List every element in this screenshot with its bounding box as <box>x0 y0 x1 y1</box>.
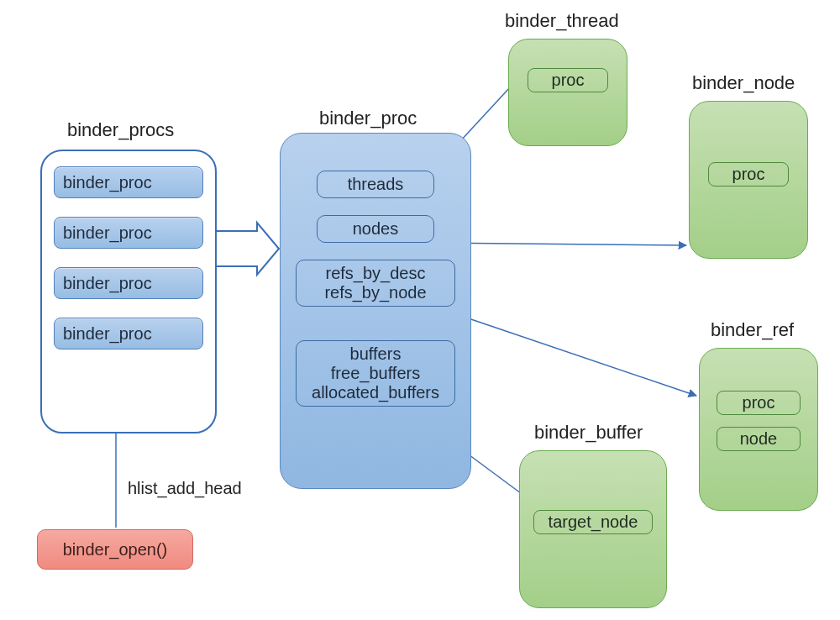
binder-node-struct: proc <box>689 101 808 259</box>
list-item: binder_proc <box>54 166 203 198</box>
field-nodes: nodes <box>317 215 434 243</box>
binder-buffer-struct: target_node <box>519 450 667 608</box>
node-field-proc: proc <box>708 162 789 187</box>
title-binder-buffer: binder_buffer <box>534 422 643 444</box>
field-buffers: buffers <box>303 344 448 364</box>
list-item: binder_proc <box>54 267 203 299</box>
field-refs: refs_by_desc refs_by_node <box>296 260 455 307</box>
ref-field-node: node <box>717 427 801 451</box>
field-refs-by-node: refs_by_node <box>303 283 448 302</box>
binder-thread-struct: proc <box>508 39 627 146</box>
ref-field-proc: proc <box>717 391 801 415</box>
binder-proc-struct: threads nodes refs_by_desc refs_by_node … <box>280 133 471 489</box>
edge-label-hlist-add-head: hlist_add_head <box>128 479 242 498</box>
field-allocated-buffers: allocated_buffers <box>303 383 448 402</box>
title-binder-node: binder_node <box>692 72 795 94</box>
field-refs-by-desc: refs_by_desc <box>303 264 448 283</box>
field-threads: threads <box>317 171 434 198</box>
binder-procs-container: binder_proc binder_proc binder_proc bind… <box>40 150 217 433</box>
field-free-buffers: free_buffers <box>303 364 448 383</box>
list-item: binder_proc <box>54 318 203 349</box>
binder-ref-struct: proc node <box>699 348 818 511</box>
buffer-field-target-node: target_node <box>533 510 653 534</box>
binder-open-call: binder_open() <box>37 529 193 570</box>
title-binder-ref: binder_ref <box>711 319 794 341</box>
title-binder-procs: binder_procs <box>67 119 174 141</box>
list-item: binder_proc <box>54 217 203 249</box>
thread-field-proc: proc <box>528 68 608 92</box>
field-buffers-group: buffers free_buffers allocated_buffers <box>296 340 455 407</box>
arrow-refs-to-ref <box>456 314 696 396</box>
title-binder-thread: binder_thread <box>505 10 619 32</box>
title-binder-proc: binder_proc <box>319 108 417 129</box>
